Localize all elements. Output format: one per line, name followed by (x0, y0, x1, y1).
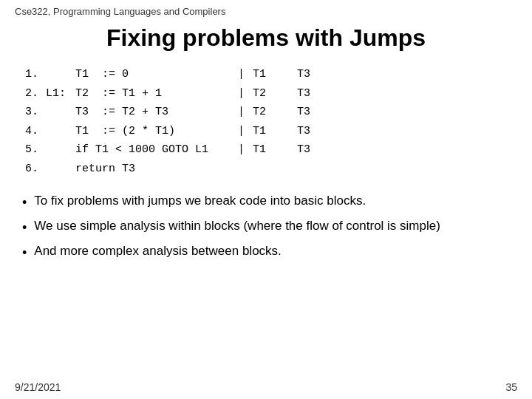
pipe-separator: | (235, 65, 250, 84)
code-row: 5.if T1 < 1000 GOTO L1|T1T3 (22, 140, 338, 160)
bullet-item: •We use simple analysis within blocks (w… (22, 216, 510, 239)
bullet-text: And more complex analysis between blocks… (34, 242, 510, 261)
type2: T3 (294, 122, 338, 141)
pipe-separator: | (235, 84, 250, 103)
bullet-item: •To fix problems with jumps we break cod… (22, 191, 510, 214)
pipe-separator: | (235, 103, 250, 122)
type1: T1 (250, 140, 294, 160)
type2: T3 (294, 65, 338, 84)
type2: T3 (294, 140, 338, 160)
code-label (43, 103, 72, 122)
type2: T3 (294, 103, 338, 122)
footer-date: 9/21/2021 (15, 381, 61, 393)
code-instruction: T1 := (2 * T1) (72, 122, 235, 141)
code-label (43, 65, 72, 84)
bullet-dot: • (22, 193, 27, 214)
type2: T3 (294, 84, 338, 103)
page-title: Fixing problems with Jumps (0, 24, 532, 52)
bullet-list: •To fix problems with jumps we break cod… (22, 191, 510, 264)
line-number: 3. (22, 103, 43, 122)
code-instruction: T3 := T2 + T3 (72, 103, 235, 122)
line-number: 1. (22, 65, 43, 84)
type1: T2 (250, 103, 294, 122)
type1 (250, 160, 294, 179)
line-number: 2. (22, 84, 43, 103)
footer: 9/21/2021 35 (0, 381, 532, 393)
code-label (43, 122, 72, 141)
bullet-item: •And more complex analysis between block… (22, 242, 510, 264)
code-row: 4.T1 := (2 * T1)|T1T3 (22, 122, 338, 141)
footer-page: 35 (505, 381, 517, 393)
type1: T1 (250, 65, 294, 84)
code-instruction: T1 := 0 (72, 65, 235, 84)
bullet-dot: • (22, 243, 27, 264)
course-title-text: Cse322, Programming Languages and Compil… (15, 6, 225, 17)
bullet-dot: • (22, 218, 27, 239)
bullet-text: We use simple analysis within blocks (wh… (34, 216, 510, 236)
code-row: 6.return T3 (22, 160, 338, 179)
line-number: 5. (22, 140, 43, 160)
type2 (294, 160, 338, 179)
line-number: 6. (22, 160, 43, 179)
pipe-separator (235, 160, 250, 179)
course-header: Cse322, Programming Languages and Compil… (0, 0, 532, 18)
code-row: 1.T1 := 0|T1T3 (22, 65, 338, 84)
code-label: L1: (43, 84, 72, 103)
code-instruction: T2 := T1 + 1 (72, 84, 235, 103)
bullet-text: To fix problems with jumps we break code… (34, 191, 510, 211)
line-number: 4. (22, 122, 43, 141)
code-instruction: return T3 (72, 160, 235, 179)
type1: T1 (250, 122, 294, 141)
code-instruction: if T1 < 1000 GOTO L1 (72, 140, 235, 160)
code-label (43, 140, 72, 160)
code-row: 3.T3 := T2 + T3|T2T3 (22, 103, 338, 122)
pipe-separator: | (235, 122, 250, 141)
code-label (43, 160, 72, 179)
code-table: 1.T1 := 0|T1T32.L1:T2 := T1 + 1|T2T33.T3… (22, 65, 338, 178)
pipe-separator: | (235, 140, 250, 160)
code-row: 2.L1:T2 := T1 + 1|T2T3 (22, 84, 338, 103)
type1: T2 (250, 84, 294, 103)
